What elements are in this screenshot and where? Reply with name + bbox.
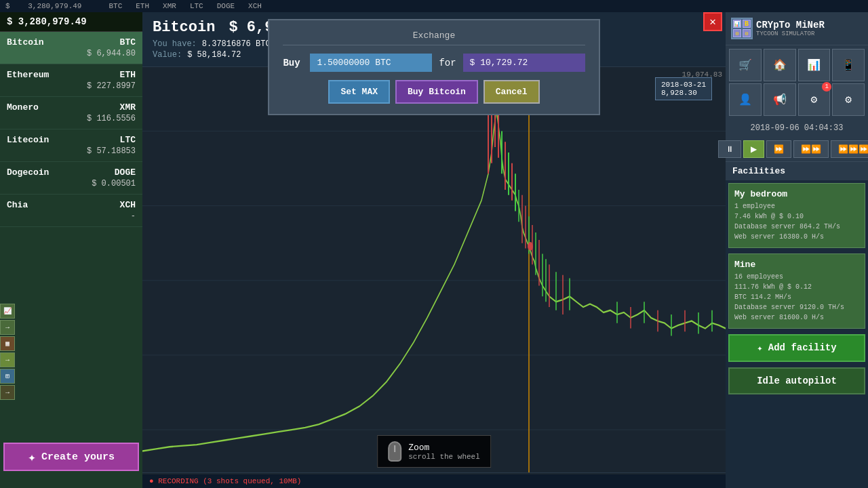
play-button[interactable]: ▶ [743,140,764,158]
currency-code-doge: DOGE [115,167,136,178]
currency-price-xch: - [7,211,136,221]
svg-point-36 [528,242,533,251]
topbar-ltc: LTC [190,2,203,10]
forward3-button[interactable]: ⏩⏩⏩ [831,140,869,158]
topbar-btc: BTC [108,2,122,10]
right-panel: 📊 B ⚙ ⚙ CRYpTo MiNeR TYCOON SIMULATOR 🛒 … [726,12,868,488]
side-icon-5[interactable]: ⊞ [0,369,15,384]
megaphone-icon[interactable]: 📢 [764,83,796,116]
topbar-xmr: XMR [163,2,176,10]
icon-grid: 🛒 🏠 📊 📱 👤 📢 ⚙ 1 ⚙ [726,45,868,119]
exchange-title: Exchange [283,30,585,45]
exchange-buy-input[interactable] [310,54,432,72]
currency-price-eth: $ 227.8997 [7,81,136,91]
set-max-button[interactable]: Set MAX [328,80,390,104]
autopilot-button[interactable]: Idle autopilot [728,367,865,394]
add-facility-label: Add facility [768,342,837,353]
exchange-dialog: Exchange Buy for Set MAX Buy Bitcoin Can… [142,12,726,115]
currency-name-xmr: Monero [7,102,39,113]
chart-container[interactable]: 2018-03-21 8,928.30 19,074.83 [142,67,726,472]
gear-icon[interactable]: ⚙ [832,83,865,116]
topbar-xch: XCH [248,2,262,10]
facilities-title: Facilities [726,161,868,180]
currency-item-xmr[interactable]: Monero XMR $ 116.5556 [0,97,142,129]
phone-icon[interactable]: 📱 [832,49,865,81]
facility-bedroom-name: My bedroom [734,189,859,199]
topbar-balance: $ 3,280,979.49 [5,2,95,10]
currency-item-doge[interactable]: Dogecoin DOGE $ 0.00501 [0,162,142,195]
add-facility-button[interactable]: ✦ Add facility [728,334,865,362]
left-panel: $ 3,280,979.49 Bitcoin BTC $ 6,944.80 Et… [0,12,142,488]
recording-text: ● RECORDING (3 shots queued, 10MB) [149,477,301,485]
user-icon[interactable]: 👤 [729,83,762,116]
side-icon-1[interactable]: 📈 [0,304,15,319]
balance-bar: $ 3,280,979.49 [0,12,142,32]
exchange-for-label: for [439,58,456,68]
exchange-buy-label: Buy [283,58,303,68]
exchange-output [463,54,585,72]
cancel-button[interactable]: Cancel [484,80,540,104]
currency-code-eth: ETH [120,70,136,80]
currency-price-xmr: $ 116.5556 [7,114,136,123]
side-icon-4[interactable]: → [0,352,15,367]
logo-b-icon: 📊 B ⚙ ⚙ [731,18,753,39]
logo-text: CRYpTo MiNeR [756,20,825,31]
zoom-tooltip: Zoom scroll the wheel [377,435,491,468]
currency-price-btc: $ 6,944.80 [7,49,136,58]
topbar-doge: DOGE [217,2,235,10]
settings-icon[interactable]: ⚙ 1 [798,83,831,116]
currency-name-ltc: Litecoin [7,135,49,145]
currency-price-doge: $ 0.00501 [7,179,136,188]
currency-code-btc: BTC [120,37,136,47]
zoom-mouse-icon [388,441,401,462]
pause-button[interactable]: ⏸ [718,140,741,158]
forward2-button[interactable]: ⏩⏩ [793,140,829,158]
top-bar: $ 3,280,979.49 BTC ETH XMR LTC DOGE XCH [0,0,868,12]
currency-price-ltc: $ 57.18853 [7,146,136,156]
zoom-sub-label: scroll the wheel [408,453,480,461]
currency-item-btc[interactable]: Bitcoin BTC $ 6,944.80 [0,32,142,64]
currency-name-xch: Chia [7,200,28,210]
create-yours-button[interactable]: ✦ Create yours [3,443,139,471]
house-icon[interactable]: 🏠 [764,49,796,81]
exchange-box: Exchange Buy for Set MAX Buy Bitcoin Can… [268,19,599,115]
playback-controls: ⏸ ▶ ⏩ ⏩⏩ ⏩⏩⏩ [726,137,868,161]
shop-icon[interactable]: 🛒 [729,49,762,81]
price-chart [142,67,726,472]
currency-name-doge: Dogecoin [7,167,49,178]
currency-code-xmr: XMR [120,102,136,113]
side-icon-3[interactable]: ▦ [0,336,15,351]
facility-mine[interactable]: Mine 16 employees 111.76 kWh @ $ 0.12 BT… [728,253,865,329]
facility-bedroom-details: 1 employee 7.46 kWh @ $ 0.10 Database se… [734,201,859,242]
game-logo: 📊 B ⚙ ⚙ CRYpTo MiNeR TYCOON SIMULATOR [726,12,868,45]
side-icon-6[interactable]: → [0,385,15,400]
currency-code-xch: XCH [120,200,136,210]
create-yours-plus-icon: ✦ [28,449,36,466]
currency-item-eth[interactable]: Ethereum ETH $ 227.8997 [0,64,142,97]
close-button[interactable]: ✕ [703,12,722,31]
zoom-label: Zoom [408,443,480,453]
bottom-bar: ● RECORDING (3 shots queued, 10MB) [142,474,726,488]
currency-name-eth: Ethereum [7,70,49,80]
currency-name-btc: Bitcoin [7,37,44,47]
currency-item-xch[interactable]: Chia XCH - [0,195,142,227]
forward1-button[interactable]: ⏩ [766,140,791,158]
notification-badge: 1 [822,82,831,92]
logo-sub: TYCOON SIMULATOR [756,30,825,37]
create-yours-label: Create yours [41,451,115,463]
add-facility-plus-icon: ✦ [757,342,762,354]
chart-icon[interactable]: 📊 [798,49,831,81]
facility-mine-details: 16 employees 111.76 kWh @ $ 0.12 BTC 114… [734,272,859,323]
topbar-eth: ETH [136,2,149,10]
currency-item-ltc[interactable]: Litecoin LTC $ 57.18853 [0,129,142,162]
facility-bedroom[interactable]: My bedroom 1 employee 7.46 kWh @ $ 0.10 … [728,183,865,248]
facility-mine-name: Mine [734,260,859,270]
datetime-display: 2018-09-06 04:04:33 [726,119,868,137]
side-icon-2[interactable]: → [0,320,15,335]
buy-bitcoin-button[interactable]: Buy Bitcoin [395,80,478,104]
currency-code-ltc: LTC [120,135,136,145]
